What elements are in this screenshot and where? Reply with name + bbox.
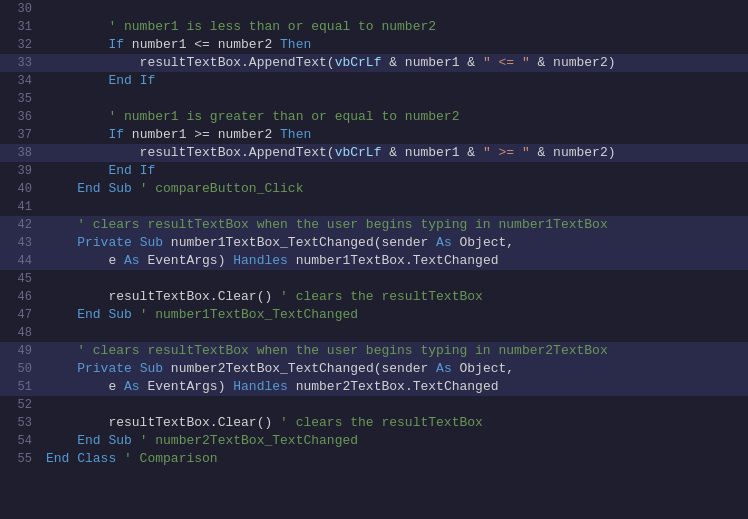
code-line: 50 Private Sub number2TextBox_TextChange… [0, 360, 748, 378]
line-number: 42 [0, 216, 42, 234]
code-line: 45 [0, 270, 748, 288]
line-number: 52 [0, 396, 42, 414]
code-line: 44 e As EventArgs) Handles number1TextBo… [0, 252, 748, 270]
token: ' number1TextBox_TextChanged [132, 307, 358, 322]
code-line: 34 End If [0, 72, 748, 90]
token: vbCrLf [335, 55, 382, 70]
token: End If [108, 163, 155, 178]
token: " >= " [483, 145, 530, 160]
token: number2TextBox.TextChanged [288, 379, 499, 394]
line-number: 55 [0, 450, 42, 468]
line-content: resultTextBox.AppendText(vbCrLf & number… [42, 54, 748, 72]
code-line: 42 ' clears resultTextBox when the user … [0, 216, 748, 234]
token: Private Sub [77, 235, 163, 250]
line-content [42, 324, 748, 342]
line-number: 34 [0, 72, 42, 90]
code-line: 48 [0, 324, 748, 342]
line-number: 38 [0, 144, 42, 162]
line-content: End If [42, 162, 748, 180]
token: ' clears the resultTextBox [280, 415, 483, 430]
token: EventArgs) [140, 379, 234, 394]
code-line: 53 resultTextBox.Clear() ' clears the re… [0, 414, 748, 432]
code-line: 30 [0, 0, 748, 18]
token: & number1 & [381, 145, 482, 160]
line-content: e As EventArgs) Handles number2TextBox.T… [42, 378, 748, 396]
token: Object, [452, 361, 514, 376]
line-content: ' clears resultTextBox when the user beg… [42, 216, 748, 234]
token: Handles [233, 379, 288, 394]
line-number: 46 [0, 288, 42, 306]
line-content: Private Sub number1TextBox_TextChanged(s… [42, 234, 748, 252]
token: As [436, 235, 452, 250]
token: vbCrLf [335, 145, 382, 160]
line-number: 47 [0, 306, 42, 324]
token: Handles [233, 253, 288, 268]
line-number: 53 [0, 414, 42, 432]
code-line: 31 ' number1 is less than or equal to nu… [0, 18, 748, 36]
line-number: 30 [0, 0, 42, 18]
token: End Sub [77, 307, 132, 322]
token: Then [280, 127, 311, 142]
code-line: 46 resultTextBox.Clear() ' clears the re… [0, 288, 748, 306]
token: number1TextBox_TextChanged(sender [163, 235, 436, 250]
token: ' clears the resultTextBox [280, 289, 483, 304]
token [46, 235, 77, 250]
line-number: 31 [0, 18, 42, 36]
line-content [42, 90, 748, 108]
line-content: If number1 >= number2 Then [42, 126, 748, 144]
line-content: resultTextBox.AppendText(vbCrLf & number… [42, 144, 748, 162]
token: End Sub [77, 181, 132, 196]
token [46, 307, 77, 322]
line-content [42, 396, 748, 414]
line-content [42, 270, 748, 288]
code-line: 40 End Sub ' compareButton_Click [0, 180, 748, 198]
token: resultTextBox.AppendText( [46, 145, 335, 160]
token: number2TextBox_TextChanged(sender [163, 361, 436, 376]
code-line: 39 End If [0, 162, 748, 180]
line-content: End Sub ' number1TextBox_TextChanged [42, 306, 748, 324]
line-number: 48 [0, 324, 42, 342]
token: " <= " [483, 55, 530, 70]
line-content [42, 0, 748, 18]
token: As [124, 379, 140, 394]
token: ' number2TextBox_TextChanged [132, 433, 358, 448]
code-line: 55End Class ' Comparison [0, 450, 748, 468]
token: resultTextBox.Clear() [46, 289, 280, 304]
token: Object, [452, 235, 514, 250]
line-content [42, 198, 748, 216]
token [46, 127, 108, 142]
token: End If [108, 73, 155, 88]
line-number: 51 [0, 378, 42, 396]
token: e [46, 253, 124, 268]
token [46, 37, 108, 52]
token: Private Sub [77, 361, 163, 376]
code-editor: 30 31 ' number1 is less than or equal to… [0, 0, 748, 519]
line-number: 39 [0, 162, 42, 180]
code-line: 33 resultTextBox.AppendText(vbCrLf & num… [0, 54, 748, 72]
line-number: 50 [0, 360, 42, 378]
token: As [124, 253, 140, 268]
token: ' clears resultTextBox when the user beg… [46, 343, 608, 358]
token: & number1 & [381, 55, 482, 70]
code-line: 37 If number1 >= number2 Then [0, 126, 748, 144]
token [46, 361, 77, 376]
line-number: 49 [0, 342, 42, 360]
line-content: resultTextBox.Clear() ' clears the resul… [42, 414, 748, 432]
token: ' clears resultTextBox when the user beg… [46, 217, 608, 232]
token: resultTextBox.Clear() [46, 415, 280, 430]
token [46, 163, 108, 178]
code-line: 47 End Sub ' number1TextBox_TextChanged [0, 306, 748, 324]
line-number: 43 [0, 234, 42, 252]
token: resultTextBox.AppendText( [46, 55, 335, 70]
code-line: 43 Private Sub number1TextBox_TextChange… [0, 234, 748, 252]
line-number: 44 [0, 252, 42, 270]
line-content: ' number1 is less than or equal to numbe… [42, 18, 748, 36]
line-content: Private Sub number2TextBox_TextChanged(s… [42, 360, 748, 378]
line-content: e As EventArgs) Handles number1TextBox.T… [42, 252, 748, 270]
token: ' number1 is less than or equal to numbe… [46, 19, 436, 34]
line-number: 54 [0, 432, 42, 450]
code-line: 49 ' clears resultTextBox when the user … [0, 342, 748, 360]
line-content: End Sub ' number2TextBox_TextChanged [42, 432, 748, 450]
code-line: 54 End Sub ' number2TextBox_TextChanged [0, 432, 748, 450]
line-content: End Sub ' compareButton_Click [42, 180, 748, 198]
